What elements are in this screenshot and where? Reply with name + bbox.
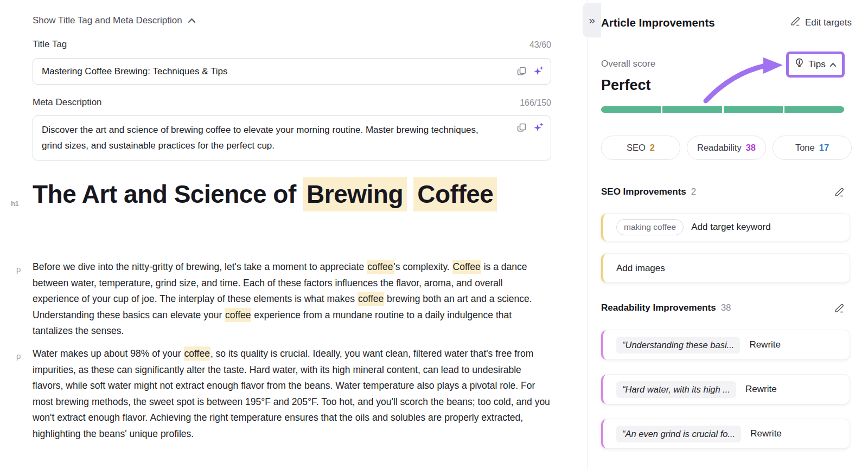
highlighted-keyword: Brewing <box>303 177 407 211</box>
meta-description-label: Meta Description <box>33 97 102 108</box>
chevron-up-icon <box>829 59 837 70</box>
text-segment: Water makes up about 98% of your <box>33 348 184 359</box>
readability-improvement-card[interactable]: “Hard water, with its high ... Rewrite <box>601 375 850 404</box>
rewrite-button[interactable]: Rewrite <box>750 428 782 439</box>
pill-label: Tone <box>795 143 815 153</box>
meta-description-input[interactable]: Discover the art and science of brewing … <box>33 116 551 160</box>
ai-rewrite-button[interactable] <box>533 66 544 76</box>
meta-description-field: Discover the art and science of brewing … <box>33 115 551 160</box>
edit-targets-button[interactable]: Edit targets <box>790 16 852 29</box>
highlighted-keyword: coffee <box>358 292 384 306</box>
pill-value: 2 <box>650 143 655 153</box>
text-segment <box>407 180 413 208</box>
seo-improvements-count: 2 <box>691 187 696 197</box>
title-tag-label: Title Tag <box>33 39 67 50</box>
edit-targets-label: Edit targets <box>805 17 852 28</box>
tips-annotation-box: Tips <box>786 52 845 78</box>
highlighted-keyword: coffee <box>225 308 251 322</box>
block-tag-label: p <box>16 261 21 278</box>
copy-button[interactable] <box>516 123 527 133</box>
ai-rewrite-button[interactable] <box>533 122 544 133</box>
divider <box>601 48 852 48</box>
seo-improvement-card[interactable]: Add images <box>601 254 850 282</box>
seo-improvements-title: SEO Improvements <box>601 187 686 197</box>
meta-toggle[interactable]: Show Title Tag and Meta Description <box>33 15 196 26</box>
text-segment: The Art and Science of <box>33 180 303 208</box>
article-improvements-panel: » Article Improvements Edit targets Over… <box>588 0 868 469</box>
annotation-arrow <box>701 56 788 105</box>
highlighted-keyword: coffee <box>367 260 393 274</box>
edit-seo-button[interactable] <box>834 187 844 197</box>
score-bar-segment <box>724 106 783 113</box>
tone-score-pill[interactable]: Tone 17 <box>773 136 852 160</box>
pill-value: 17 <box>819 143 829 153</box>
copy-button[interactable] <box>516 66 527 76</box>
rewrite-button[interactable]: Rewrite <box>749 339 781 350</box>
highlighted-keyword: Coffee <box>413 177 497 211</box>
double-chevron-right-icon: » <box>589 14 595 27</box>
block-tag-label: h1 <box>11 186 18 222</box>
article-paragraph[interactable]: p Water makes up about 98% of your coffe… <box>33 346 551 442</box>
highlighted-keyword: coffee <box>184 346 210 361</box>
text-segment: 's complexity. <box>394 261 452 272</box>
title-tag-counter: 43/60 <box>529 40 551 50</box>
text-segment: Before we dive into the nitty-gritty of … <box>33 261 367 272</box>
score-bar-segment <box>784 106 844 113</box>
readability-improvements-count: 38 <box>721 303 731 313</box>
sentence-snippet: “An even grind is crucial fo... <box>616 426 741 442</box>
article-heading[interactable]: h1 The Art and Science of Brewing Coffee <box>33 176 524 212</box>
lightbulb-icon <box>794 58 805 71</box>
meta-toggle-label: Show Title Tag and Meta Description <box>33 15 182 26</box>
readability-improvement-card[interactable]: “An even grind is crucial fo... Rewrite <box>601 419 850 448</box>
copy-icon <box>516 126 527 134</box>
pencil-icon <box>834 191 844 199</box>
seo-improvement-card[interactable]: making coffee Add target keyword <box>601 214 850 241</box>
sentence-snippet: “Understanding these basi... <box>616 337 740 354</box>
panel-title: Article Improvements <box>601 16 715 29</box>
readability-score-pill[interactable]: Readability 38 <box>687 136 766 160</box>
readability-improvements-title: Readability Improvements <box>601 303 716 313</box>
ai-sparkle-icon <box>533 126 544 134</box>
rewrite-button[interactable]: Rewrite <box>745 384 777 395</box>
pencil-icon <box>790 16 800 29</box>
keyword-chip: making coffee <box>616 219 684 235</box>
text-segment: , so its quality is crucial. Ideally, yo… <box>33 348 550 439</box>
pencil-icon <box>834 307 844 315</box>
title-tag-field <box>33 58 551 85</box>
readability-improvement-card[interactable]: “Understanding these basi... Rewrite <box>601 330 850 359</box>
ai-sparkle-icon <box>533 70 544 78</box>
overall-score-label: Overall score <box>601 59 655 69</box>
copy-icon <box>516 70 527 78</box>
tips-button[interactable]: Tips <box>792 57 839 72</box>
chevron-up-icon <box>188 15 196 26</box>
seo-score-pill[interactable]: SEO 2 <box>601 136 680 160</box>
score-bar-segment <box>601 106 661 113</box>
article-paragraph[interactable]: p Before we dive into the nitty-gritty o… <box>33 259 551 339</box>
pill-label: Readability <box>697 143 742 153</box>
meta-description-counter: 166/150 <box>520 98 551 108</box>
overall-score-value: Perfect <box>601 77 651 94</box>
highlighted-keyword: Coffee <box>452 260 481 274</box>
sentence-snippet: “Hard water, with its high ... <box>616 381 736 398</box>
article-editor: Show Title Tag and Meta Description Titl… <box>0 0 588 469</box>
pill-label: SEO <box>627 143 646 153</box>
score-bar <box>601 106 844 113</box>
edit-readability-button[interactable] <box>834 303 844 313</box>
title-tag-input[interactable] <box>33 59 551 84</box>
score-bar-segment <box>662 106 722 113</box>
pill-value: 38 <box>746 143 756 153</box>
collapse-panel-button[interactable]: » <box>583 3 601 37</box>
tips-label: Tips <box>808 59 826 70</box>
improvement-label: Add target keyword <box>691 222 770 233</box>
block-tag-label: p <box>16 348 21 364</box>
improvement-label: Add images <box>616 263 665 274</box>
